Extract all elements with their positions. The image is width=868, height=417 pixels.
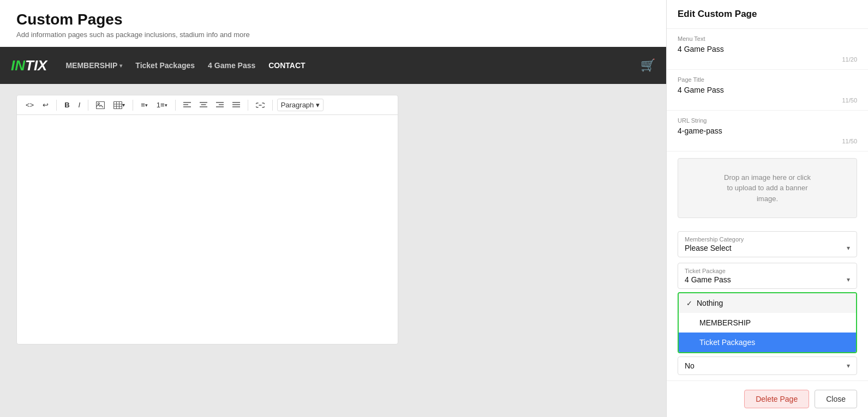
toolbar-image-btn[interactable] <box>93 99 108 111</box>
editor-toolbar: <> ↩ B I ▾ ≡ ▾ 1≡ ▾ <box>17 95 398 115</box>
menu-text-label: Menu Text <box>678 35 857 42</box>
nav-item-ticket-packages[interactable]: Ticket Packages <box>135 59 195 72</box>
main-content: Custom Pages Add information pages such … <box>0 0 666 417</box>
delete-page-button[interactable]: Delete Page <box>744 390 809 408</box>
toolbar-justify-btn[interactable] <box>229 100 243 111</box>
logo-in: IN <box>11 57 25 74</box>
url-string-input[interactable] <box>678 126 857 135</box>
dropdown-item-nothing[interactable]: ✓ Nothing <box>679 293 856 313</box>
toolbar-sep-1 <box>56 100 57 111</box>
toolbar-sep-5 <box>248 100 248 111</box>
dropdown-ticket-label: Ticket Packages <box>699 338 755 347</box>
menu-text-input[interactable] <box>678 45 857 53</box>
page-title-section: Page Title 11/50 <box>667 70 868 111</box>
ticket-package-select[interactable]: Ticket Package 4 Game Pass ▾ <box>678 263 857 289</box>
nav-item-contact[interactable]: CONTACT <box>268 59 305 72</box>
right-panel: Edit Custom Page Menu Text 11/20 Page Ti… <box>666 0 868 417</box>
panel-footer: Delete Page Close <box>667 380 868 417</box>
svg-rect-2 <box>114 101 122 108</box>
toolbar-sep-3 <box>133 100 133 111</box>
paragraph-select[interactable]: Paragraph ▾ <box>277 99 324 111</box>
chevron-icon-membership: ▾ <box>119 63 122 69</box>
second-dropdown-value: No ▾ <box>685 361 850 370</box>
page-title-input[interactable] <box>678 86 857 94</box>
toolbar-ol-btn[interactable]: 1≡ ▾ <box>153 99 171 111</box>
nav-label-membership: MEMBERSHIP <box>65 61 117 70</box>
page-title: Custom Pages <box>16 11 650 28</box>
logo-tix: TIX <box>25 57 47 74</box>
cart-icon[interactable]: 🛒 <box>640 58 655 72</box>
second-dropdown-select[interactable]: No ▾ <box>678 356 857 375</box>
page-title-char: 11/50 <box>678 97 857 104</box>
toolbar-align-left-btn[interactable] <box>180 100 194 111</box>
toolbar-sep-6 <box>272 100 273 111</box>
paragraph-chevron-icon: ▾ <box>316 101 320 109</box>
toolbar-italic-btn[interactable]: I <box>75 99 84 111</box>
url-string-section: URL String 11/50 <box>667 111 868 152</box>
url-string-char: 11/50 <box>678 138 857 144</box>
toolbar-ul-btn[interactable]: ≡ ▾ <box>137 99 151 111</box>
second-dropdown-chevron-icon: ▾ <box>847 362 850 370</box>
editor-area: <> ↩ B I ▾ ≡ ▾ 1≡ ▾ <box>0 84 666 417</box>
dropdown-nothing-label: Nothing <box>697 299 723 307</box>
toolbar-align-right-btn[interactable] <box>213 100 227 111</box>
page-subtitle: Add information pages such as package in… <box>16 31 650 39</box>
ticket-package-label: Ticket Package <box>685 268 850 274</box>
menu-text-char: 11/20 <box>678 56 857 63</box>
dropdown-item-ticket-packages[interactable]: Ticket Packages <box>679 333 856 352</box>
toolbar-undo-btn[interactable]: ↩ <box>39 99 52 111</box>
membership-category-label: Membership Category <box>685 236 850 243</box>
nav-item-membership[interactable]: MEMBERSHIP ▾ <box>65 59 122 72</box>
toolbar-sep-4 <box>175 100 176 111</box>
navbar: INTIX MEMBERSHIP ▾ Ticket Packages 4 Gam… <box>0 47 666 84</box>
editor-container: <> ↩ B I ▾ ≡ ▾ 1≡ ▾ <box>16 95 398 345</box>
menu-text-section: Menu Text 11/20 <box>667 29 868 70</box>
toolbar-sep-2 <box>88 100 88 111</box>
editor-body[interactable] <box>17 115 398 344</box>
url-string-label: URL String <box>678 117 857 124</box>
dropdown-membership-label: MEMBERSHIP <box>699 318 751 327</box>
svg-point-1 <box>98 102 100 104</box>
paragraph-label: Paragraph <box>281 101 314 109</box>
dropdown-item-membership[interactable]: MEMBERSHIP <box>679 313 856 333</box>
ticket-package-chevron-icon: ▾ <box>847 276 850 283</box>
nav-item-game-pass[interactable]: 4 Game Pass <box>208 59 255 72</box>
dropdown-open: ✓ Nothing MEMBERSHIP Ticket Packages <box>678 292 857 353</box>
membership-category-select[interactable]: Membership Category Please Select ▾ <box>678 231 857 257</box>
image-upload-area[interactable]: Drop an image here or clickto upload to … <box>678 158 857 218</box>
logo: INTIX <box>11 57 47 74</box>
nav-label-contact: CONTACT <box>268 61 305 70</box>
toolbar-code-btn[interactable]: <> <box>22 99 37 111</box>
page-title-label: Page Title <box>678 76 857 83</box>
check-icon: ✓ <box>686 299 692 307</box>
toolbar-table-btn[interactable]: ▾ <box>110 99 128 111</box>
toolbar-bold-btn[interactable]: B <box>61 99 73 111</box>
toolbar-align-center-btn[interactable] <box>196 100 211 111</box>
ticket-package-value: 4 Game Pass ▾ <box>685 275 850 284</box>
nav-label-game-pass: 4 Game Pass <box>208 61 255 70</box>
image-upload-text: Drop an image here or clickto upload to … <box>724 172 811 204</box>
nav-label-ticket-packages: Ticket Packages <box>135 61 195 70</box>
toolbar-link-btn[interactable] <box>253 100 268 110</box>
membership-chevron-icon: ▾ <box>847 244 850 252</box>
close-button[interactable]: Close <box>815 390 857 408</box>
panel-header: Edit Custom Page <box>667 0 868 29</box>
page-header: Custom Pages Add information pages such … <box>0 0 666 47</box>
membership-category-value: Please Select ▾ <box>685 244 850 252</box>
